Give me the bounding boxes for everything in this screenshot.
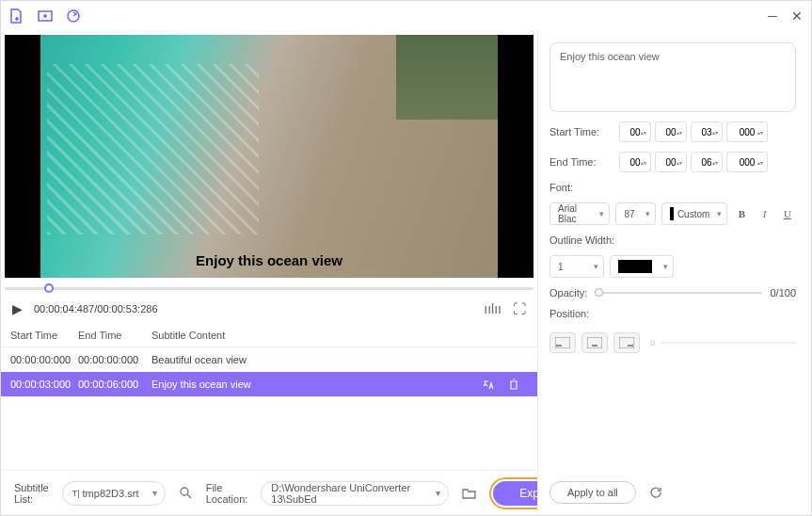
subtitle-list-label: Subtitle List: — [14, 482, 49, 505]
apply-to-all-button[interactable]: Apply to all — [549, 481, 636, 504]
file-location-label: File Location: — [206, 482, 248, 505]
end-min[interactable]: ▴▾ — [655, 152, 687, 172]
start-sec[interactable]: ▴▾ — [691, 121, 723, 142]
opacity-row: Opacity: 0/100 — [549, 287, 796, 298]
outline-color-select[interactable] — [610, 255, 674, 278]
start-time-row: Start Time: ▴▾ ▴▾ ▴▾ ▴▾ — [549, 121, 796, 142]
add-file-icon[interactable] — [8, 8, 25, 24]
right-panel: Start Time: ▴▾ ▴▾ ▴▾ ▴▾ End Time: ▴▾ ▴▾ … — [538, 31, 811, 515]
start-hour[interactable]: ▴▾ — [619, 121, 651, 142]
main-area: Enjoy this ocean view ▶ 00:00:04:487/00:… — [1, 31, 811, 515]
export-button[interactable]: Export — [489, 477, 538, 509]
bold-button[interactable]: B — [733, 203, 750, 224]
fullscreen-icon[interactable]: ⛶ — [513, 301, 526, 316]
end-hour[interactable]: ▴▾ — [619, 152, 651, 172]
svg-rect-4 — [556, 345, 562, 347]
outline-width-select[interactable]: 1 — [549, 255, 604, 278]
svg-point-2 — [181, 488, 188, 495]
table-row[interactable]: 00:00:03:000 00:00:06:000 Enjoy this oce… — [1, 372, 537, 396]
table-row[interactable]: 00:00:00:000 00:00:00:000 Beautiful ocea… — [1, 347, 537, 372]
outline-label: Outline Width: — [549, 234, 796, 246]
search-icon[interactable] — [179, 483, 193, 504]
svg-rect-6 — [592, 345, 597, 347]
opacity-slider[interactable] — [595, 292, 762, 294]
position-bottom-center[interactable] — [581, 332, 608, 353]
close-button[interactable]: ✕ — [790, 9, 804, 23]
waveform-icon[interactable]: ıılıı — [484, 301, 502, 316]
table-header: Start Time End Time Subtitle Content — [1, 323, 537, 347]
seek-bar[interactable] — [1, 278, 537, 295]
file-location-select[interactable]: D:\Wondershare UniConverter 13\SubEd — [261, 481, 449, 506]
start-ms[interactable]: ▴▾ — [726, 121, 768, 142]
video-preview[interactable]: Enjoy this ocean view — [5, 35, 533, 278]
end-sec[interactable]: ▴▾ — [691, 152, 723, 172]
minimize-button[interactable]: ─ — [766, 9, 779, 23]
subtitle-text-input[interactable] — [549, 42, 796, 112]
position-bottom-left[interactable] — [549, 332, 576, 353]
seek-thumb[interactable] — [44, 283, 54, 293]
end-ms[interactable]: ▴▾ — [726, 152, 768, 172]
col-content: Subtitle Content — [151, 330, 528, 341]
svg-rect-5 — [587, 337, 602, 348]
titlebar: ─ ✕ — [1, 1, 811, 31]
translate-icon[interactable] — [479, 376, 496, 393]
position-thumb[interactable]: ○ — [649, 337, 656, 348]
sync-icon[interactable] — [65, 8, 82, 24]
italic-button[interactable]: I — [756, 203, 773, 224]
position-label: Position: — [549, 308, 796, 319]
col-end: End Time — [78, 330, 151, 341]
end-time-row: End Time: ▴▾ ▴▾ ▴▾ ▴▾ — [549, 152, 796, 172]
svg-rect-8 — [628, 345, 633, 347]
play-button[interactable]: ▶ — [12, 301, 23, 316]
color-swatch — [670, 207, 674, 220]
playback-controls: ▶ 00:00:04:487/00:00:53:286 ıılıı ⛶ — [1, 295, 537, 323]
video-caption: Enjoy this ocean view — [196, 252, 342, 268]
position-bottom-right[interactable] — [613, 332, 640, 353]
col-start: Start Time — [10, 330, 78, 341]
font-size-select[interactable]: 87 — [615, 202, 656, 225]
font-family-select[interactable]: Arial Blac — [549, 202, 610, 225]
font-color-select[interactable]: Custom — [661, 202, 727, 225]
add-track-icon[interactable] — [37, 8, 54, 24]
underline-button[interactable]: U — [779, 203, 796, 224]
reset-icon[interactable] — [645, 482, 666, 503]
svg-rect-7 — [619, 337, 634, 348]
outline-color-swatch — [618, 260, 652, 273]
bottom-bar: Subtitle List: T|tmp82D3.srt File Locati… — [1, 470, 537, 515]
folder-icon[interactable] — [462, 483, 476, 504]
svg-rect-3 — [555, 337, 570, 348]
playback-time: 00:00:04:487/00:00:53:286 — [34, 303, 158, 314]
left-panel: Enjoy this ocean view ▶ 00:00:04:487/00:… — [1, 31, 538, 515]
subtitle-file-select[interactable]: T|tmp82D3.srt — [62, 481, 166, 506]
delete-icon[interactable] — [505, 376, 522, 393]
font-label: Font: — [549, 182, 796, 193]
opacity-value: 0/100 — [770, 287, 796, 298]
start-min[interactable]: ▴▾ — [655, 121, 687, 142]
